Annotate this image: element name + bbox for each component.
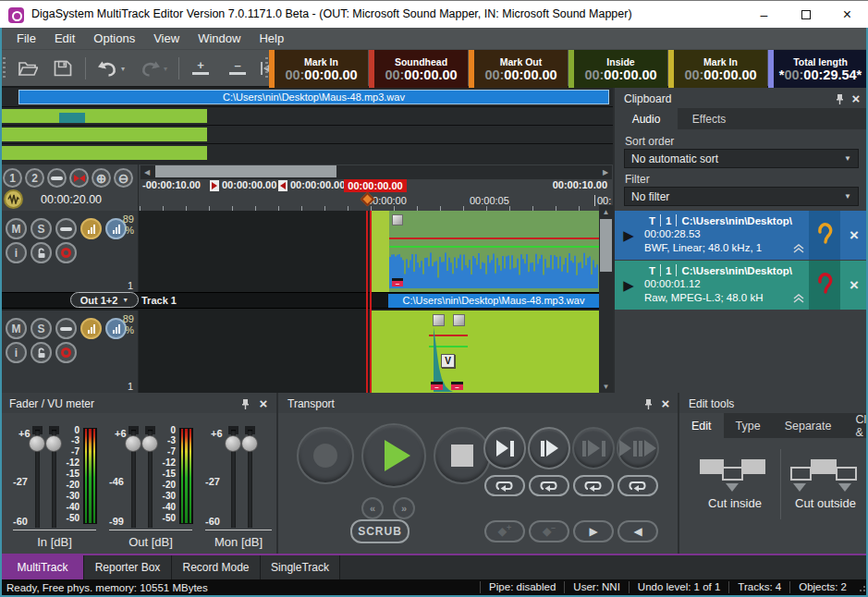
track2-lock-button[interactable]	[31, 342, 52, 363]
sort-order-select[interactable]: No automatic sort▼	[624, 149, 859, 168]
close-button[interactable]: ×	[826, 1, 868, 29]
zoom-preset-1-button[interactable]: 1	[3, 168, 22, 188]
scrub-button[interactable]: SCRUB	[350, 519, 410, 543]
maximize-button[interactable]	[785, 1, 826, 29]
mark-out-flag-icon[interactable]	[278, 180, 287, 191]
scroll-left-icon[interactable]: ◀	[141, 165, 153, 179]
rewind-button[interactable]: «	[361, 497, 384, 519]
overview-clip-bar[interactable]	[2, 128, 207, 141]
mark-in-flag-icon[interactable]	[210, 180, 219, 191]
track1-clip-filename[interactable]: C:\Users\nin\Desktop\Maus-48.mp3.wav	[388, 294, 599, 308]
play-around-marks-button[interactable]	[617, 427, 659, 469]
tracks-scrollbar-thumb[interactable]	[600, 219, 612, 272]
tab-separate[interactable]: Separate	[773, 413, 844, 438]
add-marker-button[interactable]: ◆+	[484, 520, 525, 542]
track2-clip[interactable]: V – –	[370, 311, 605, 393]
tab-audio[interactable]: Audio	[615, 108, 678, 129]
track2-mute-button[interactable]: M	[6, 318, 27, 339]
zoom-preset-2-button[interactable]: 2	[25, 168, 44, 188]
fade-handle[interactable]: –	[392, 278, 403, 286]
track2-meter-button[interactable]	[80, 318, 102, 339]
tab-multitrack[interactable]: MultiTrack	[2, 555, 84, 579]
zoom-to-selection-button[interactable]	[69, 168, 89, 188]
fader-knob-right[interactable]	[241, 435, 258, 452]
track2-info-button[interactable]: i	[6, 342, 27, 363]
prev-marker-button[interactable]: ◀	[617, 520, 658, 542]
record-button[interactable]	[297, 427, 354, 484]
clip-level-line[interactable]	[389, 246, 599, 248]
stop-button[interactable]	[434, 427, 491, 484]
play-from-mark-button[interactable]	[528, 427, 570, 469]
forward-button[interactable]: »	[393, 497, 415, 519]
time-ruler[interactable]: 00:00:00 00:00:05 00:	[140, 193, 613, 211]
loop-button-4[interactable]	[617, 475, 658, 496]
chevrons-up-icon[interactable]	[792, 244, 805, 253]
tab-singletrack[interactable]: SingleTrack	[261, 555, 340, 579]
pin-icon[interactable]	[238, 397, 251, 410]
clipboard-item[interactable]: ▶ T 1 C:\Users\nin\Desktop\ 00:00:28.53 …	[615, 211, 868, 260]
clip-handle[interactable]	[392, 214, 403, 225]
chevrons-up-icon[interactable]	[792, 294, 805, 303]
menu-help[interactable]: Help	[250, 29, 293, 48]
fader-knob-left[interactable]	[225, 435, 241, 452]
tab-clip-info[interactable]: Clip & In	[843, 413, 868, 438]
play-between-marks-button[interactable]	[572, 427, 615, 469]
play-button[interactable]: ▶	[615, 211, 642, 260]
redo-dropdown-caret[interactable]: ▾	[164, 65, 167, 73]
track1-output-select[interactable]: Out 1+2▼	[70, 292, 139, 308]
close-icon[interactable]: ×	[257, 397, 270, 410]
tracks-scrollbar[interactable]: ▲ ▼	[599, 205, 613, 393]
remove-item-button[interactable]: ×	[840, 211, 868, 260]
overview-sub-clip[interactable]	[59, 113, 85, 123]
track1-mute-button[interactable]: M	[6, 218, 27, 239]
tab-reporter-box[interactable]: Reporter Box	[84, 555, 172, 579]
tab-type[interactable]: Type	[724, 413, 773, 438]
play-button[interactable]	[361, 423, 426, 488]
loop-button-2[interactable]	[529, 475, 569, 496]
tab-effects[interactable]: Effects	[678, 108, 740, 129]
scroll-up-icon[interactable]: ▲	[599, 205, 613, 218]
loop-button-1[interactable]	[484, 475, 525, 496]
audition-toggle[interactable]	[809, 261, 840, 310]
cut-outside-icon[interactable]	[790, 459, 857, 493]
audition-toggle[interactable]	[809, 211, 840, 260]
fader-knob-left[interactable]	[29, 435, 45, 452]
fade-handle[interactable]: –	[451, 382, 463, 390]
scroll-right-icon[interactable]: ▶	[599, 165, 612, 179]
minimize-button[interactable]: –	[743, 1, 785, 29]
track1-info-button[interactable]: i	[6, 242, 27, 263]
menu-view[interactable]: View	[144, 29, 189, 48]
loop-button-3[interactable]	[573, 475, 614, 496]
remove-item-button[interactable]: ×	[840, 261, 868, 310]
remove-marker-button[interactable]: ◆–	[529, 520, 569, 542]
track1-clip[interactable]: –	[370, 211, 599, 292]
cut-inside-button[interactable]: Cut inside	[691, 496, 779, 510]
scroll-down-icon[interactable]: ▼	[599, 380, 613, 393]
track2-hide-button[interactable]	[55, 318, 77, 339]
undo-dropdown-caret[interactable]: ▾	[121, 65, 125, 73]
track1-meter-button[interactable]	[80, 218, 102, 239]
track2-record-button[interactable]	[55, 342, 77, 363]
open-button[interactable]	[13, 55, 43, 81]
volume-point-marker[interactable]: V	[441, 354, 455, 368]
cut-outside-button[interactable]: Cut outside	[781, 496, 868, 510]
tab-record-mode[interactable]: Record Mode	[172, 555, 261, 579]
close-icon[interactable]: ×	[850, 92, 862, 105]
save-button[interactable]	[48, 55, 78, 81]
pin-icon[interactable]	[642, 397, 654, 410]
track1-lock-button[interactable]	[31, 242, 52, 263]
filter-select[interactable]: No filter▼	[624, 187, 859, 206]
play-button[interactable]: ▶	[615, 261, 642, 310]
redo-button[interactable]: ▾	[135, 55, 172, 81]
next-marker-button[interactable]: ▶	[573, 520, 614, 542]
undo-button[interactable]: ▾	[92, 55, 129, 81]
zoom-out-button[interactable]: ⊖	[114, 168, 133, 188]
menu-options[interactable]: Options	[84, 29, 144, 48]
toolbar-grip[interactable]	[3, 57, 6, 79]
fade-handle[interactable]: –	[431, 382, 443, 390]
timeline-scrollbar-thumb[interactable]	[155, 165, 336, 177]
menu-window[interactable]: Window	[189, 29, 250, 48]
toolbar-grip-2[interactable]	[265, 57, 268, 79]
track1-record-button[interactable]	[55, 242, 77, 263]
collapse-button[interactable]	[47, 168, 67, 188]
